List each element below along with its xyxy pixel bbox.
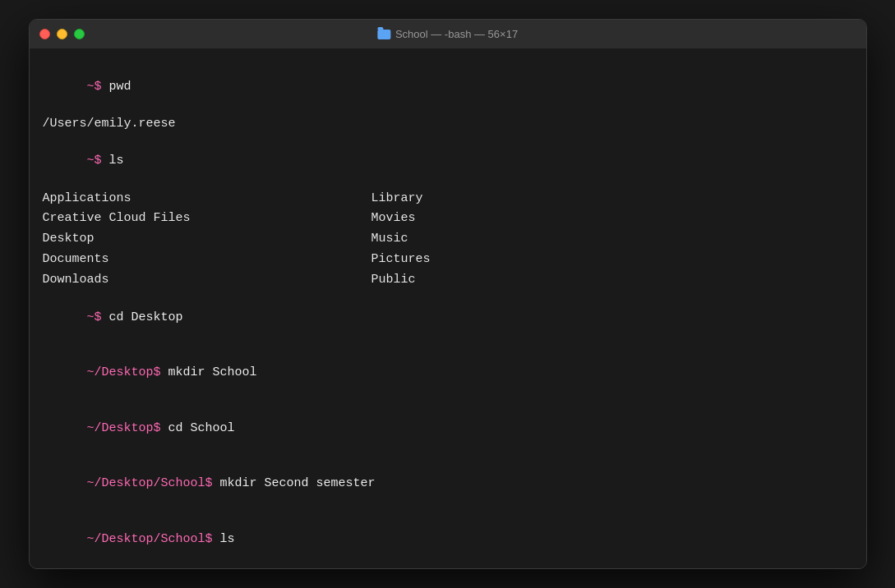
ls-item-downloads: Downloads bbox=[43, 270, 371, 291]
cmd-mkdir-school: mkdir School bbox=[168, 365, 257, 379]
ls-item-pictures: Pictures bbox=[371, 250, 853, 270]
ls-item-library: Library bbox=[371, 189, 853, 209]
title-text: School — -bash — 56×17 bbox=[395, 28, 518, 40]
cmd-cd-desktop: cd Desktop bbox=[109, 310, 183, 324]
ls-item-music: Music bbox=[371, 229, 853, 250]
window-title: School — -bash — 56×17 bbox=[377, 28, 518, 40]
ls-item-movies: Movies bbox=[371, 209, 853, 229]
cmd-ls: ls bbox=[109, 154, 124, 168]
maximize-button[interactable] bbox=[74, 29, 85, 39]
prompt-3: ~$ bbox=[87, 310, 109, 324]
output-path: /Users/emily.reese bbox=[43, 115, 853, 134]
prompt-4: ~/Desktop$ bbox=[87, 365, 168, 379]
prompt-7: ~/Desktop/School$ bbox=[87, 532, 220, 546]
output-ls2: Second semester bbox=[43, 567, 853, 568]
line-pwd-prompt: ~$ pwd bbox=[43, 59, 853, 115]
close-button[interactable] bbox=[39, 29, 50, 39]
line-mkdir-school: ~/Desktop$ mkdir School bbox=[43, 346, 853, 402]
ls-item-public: Public bbox=[371, 270, 853, 291]
prompt-1: ~$ bbox=[87, 80, 109, 94]
cmd-ls2: ls bbox=[220, 532, 235, 546]
minimize-button[interactable] bbox=[57, 29, 67, 39]
ls-col1: Applications Creative Cloud Files Deskto… bbox=[43, 189, 371, 291]
prompt-6: ~/Desktop/School$ bbox=[87, 476, 220, 490]
line-mkdir-second: ~/Desktop/School$ mkdir Second semester bbox=[43, 457, 853, 512]
ls-col2: Library Movies Music Pictures Public bbox=[371, 189, 853, 291]
titlebar: School — -bash — 56×17 bbox=[30, 20, 866, 49]
ls-item-desktop: Desktop bbox=[43, 229, 371, 250]
terminal-body[interactable]: ~$ pwd /Users/emily.reese ~$ ls Applicat… bbox=[30, 49, 866, 568]
traffic-lights bbox=[39, 29, 85, 39]
prompt-2: ~$ bbox=[87, 154, 109, 168]
terminal-window: School — -bash — 56×17 ~$ pwd /Users/emi… bbox=[29, 19, 867, 569]
line-ls-prompt: ~$ ls bbox=[43, 133, 853, 189]
prompt-5: ~/Desktop$ bbox=[87, 421, 168, 435]
ls-item-documents: Documents bbox=[43, 250, 371, 270]
cmd-mkdir-second: mkdir Second semester bbox=[220, 476, 376, 490]
cmd-cd-school: cd School bbox=[168, 421, 235, 435]
folder-icon bbox=[377, 30, 390, 39]
ls-item-applications: Applications bbox=[43, 189, 371, 209]
line-ls2-prompt: ~/Desktop/School$ ls bbox=[43, 512, 853, 567]
ls-item-creative: Creative Cloud Files bbox=[43, 209, 371, 229]
line-cd-school: ~/Desktop$ cd School bbox=[43, 401, 853, 457]
line-cd-desktop: ~$ cd Desktop bbox=[43, 290, 853, 346]
cmd-pwd: pwd bbox=[109, 80, 131, 94]
ls-output: Applications Creative Cloud Files Deskto… bbox=[43, 189, 853, 291]
